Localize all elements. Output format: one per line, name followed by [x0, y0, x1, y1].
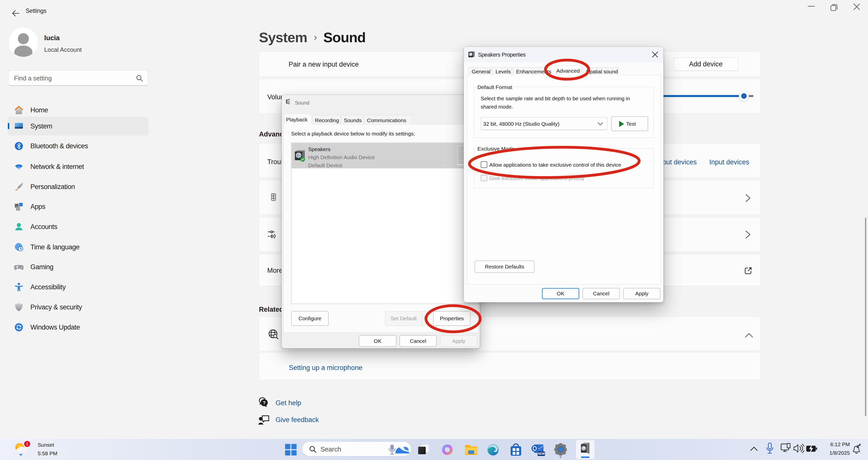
svg-text:?: ? — [263, 400, 266, 405]
svg-text:1: 1 — [26, 441, 28, 446]
svg-text:NEW: NEW — [538, 452, 545, 456]
